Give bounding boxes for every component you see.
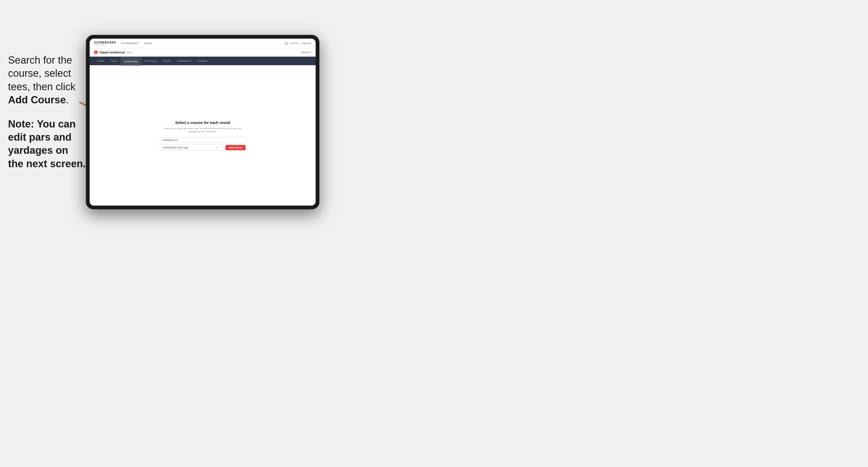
- tab-tee-groups[interactable]: Tee Groups: [142, 57, 160, 65]
- annotation-note-label: Note:: [8, 118, 34, 130]
- tournament-icon: C: [94, 51, 98, 54]
- annotation-line4-bold: Add Course: [8, 94, 66, 105]
- tee-select-row: Gold (M) (M) (7010 yds) ✕ ⌃ Add Course: [160, 145, 246, 151]
- nav-separator: |: [300, 42, 301, 44]
- annotation-line1: Search for the: [8, 55, 72, 66]
- tab-course-setup[interactable]: Course Setup: [121, 57, 142, 66]
- navbar: SCOREBOARD Powered by clippd TOURNAMENTS…: [90, 39, 316, 48]
- tab-bar: Details Teams Course Setup Tee Groups Re…: [90, 57, 316, 65]
- tournament-gender: (Men): [126, 51, 133, 54]
- main-content: Select a course for each round Search fo…: [90, 65, 316, 206]
- nav-teams[interactable]: TEAMS: [144, 42, 152, 44]
- cancel-button[interactable]: Cancel ✕: [301, 51, 311, 54]
- add-course-button[interactable]: Add Course: [225, 145, 246, 150]
- tablet-device: SCOREBOARD Powered by clippd TOURNAMENTS…: [86, 35, 319, 209]
- user-avatar: U: [284, 41, 288, 45]
- section-title: Select a course for each round: [160, 121, 246, 125]
- navbar-left: SCOREBOARD Powered by clippd TOURNAMENTS…: [94, 41, 152, 45]
- navbar-right: U Test User | Sign out: [284, 41, 311, 45]
- tab-results[interactable]: Results: [160, 57, 174, 65]
- nav-tournaments[interactable]: TOURNAMENTS: [121, 42, 139, 44]
- section-description: Search for a course and select a tee. Yo…: [160, 127, 246, 133]
- sign-out-link[interactable]: Sign out: [303, 42, 311, 44]
- tournament-title: C Clippd Invitational (Men): [94, 51, 133, 54]
- tee-chevron-icon[interactable]: ⌃: [219, 146, 221, 149]
- user-name: Test User: [290, 42, 299, 44]
- annotation-text: Search for the course, select tees, then…: [8, 54, 86, 181]
- tee-controls: ✕ ⌃: [216, 146, 221, 149]
- tee-clear-icon[interactable]: ✕: [216, 146, 218, 149]
- tee-select[interactable]: Gold (M) (M) (7010 yds) ✕ ⌃: [160, 145, 224, 151]
- course-section: Select a course for each round Search fo…: [160, 121, 246, 151]
- tournament-name: Clippd Invitational: [99, 51, 125, 54]
- annotation-line3: tees, then click: [8, 81, 75, 92]
- tee-value: Gold (M) (M) (7010 yds): [163, 146, 188, 149]
- tab-printables[interactable]: Printables: [194, 57, 211, 65]
- logo-subtitle: Powered by clippd: [94, 44, 116, 45]
- tournament-header: C Clippd Invitational (Men) Cancel ✕: [90, 48, 316, 57]
- logo-title: SCOREBOARD: [94, 41, 116, 44]
- tablet-screen: SCOREBOARD Powered by clippd TOURNAMENTS…: [90, 39, 316, 206]
- tab-leaderboards[interactable]: Leaderboards: [174, 57, 194, 65]
- tab-details[interactable]: Details: [94, 57, 107, 65]
- logo: SCOREBOARD Powered by clippd: [94, 41, 116, 45]
- annotation-line4-end: .: [66, 94, 69, 105]
- course-search-input[interactable]: [160, 137, 246, 143]
- annotation-line2: course, select: [8, 68, 71, 79]
- tab-teams[interactable]: Teams: [107, 57, 121, 65]
